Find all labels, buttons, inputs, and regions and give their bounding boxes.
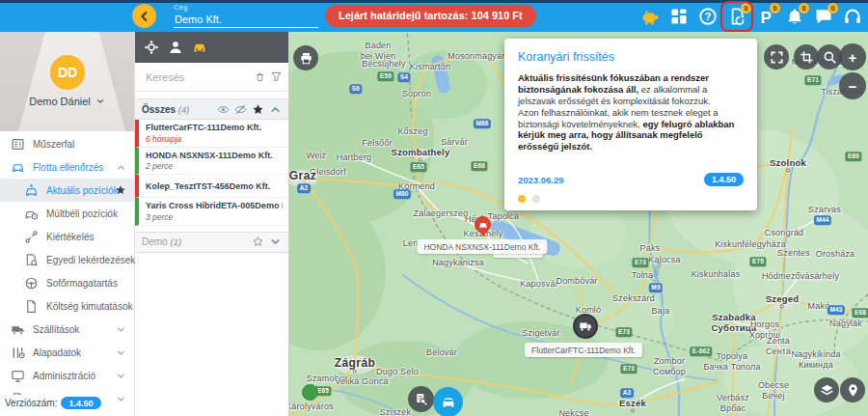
group-header-demo[interactable]: Demo (1) bbox=[135, 232, 288, 253]
sidebar-item-label: Alapadatok bbox=[33, 347, 81, 358]
popup-date: 2023.06.29 bbox=[518, 175, 564, 185]
printer-icon bbox=[299, 51, 313, 66]
vehicle-name: Yaris Cross HibridETA-005Demo Kft. bbox=[146, 201, 283, 210]
sidebar-item-flotta-ellenőrzés[interactable]: Flotta ellenőrzés bbox=[0, 155, 134, 179]
expand-icon[interactable] bbox=[269, 236, 282, 248]
sidebar-item-label: Adminisztráció bbox=[33, 371, 95, 381]
back-button[interactable] bbox=[132, 4, 156, 28]
page-dot[interactable] bbox=[532, 195, 540, 203]
sidebar-item-label: Kiértékelés bbox=[46, 232, 94, 242]
group-label: Demo bbox=[142, 236, 168, 247]
layers-button[interactable] bbox=[814, 377, 839, 402]
piggy-bank-icon[interactable] bbox=[640, 7, 660, 26]
sidebar-item-szállítások[interactable]: Szállítások bbox=[0, 318, 134, 341]
group-actions bbox=[252, 236, 282, 248]
popup-paragraph: Azon felhasználóinkat, akik nem tesznek … bbox=[518, 107, 744, 153]
sidebar-item-kiértékelés[interactable]: Kiértékelés bbox=[0, 225, 134, 248]
popup-title: Koranyári frissítés bbox=[518, 50, 744, 64]
truck-icon bbox=[579, 319, 592, 333]
support-icon[interactable] bbox=[843, 7, 862, 26]
zoom-out-button[interactable]: − bbox=[839, 72, 866, 99]
vehicle-marker-honda[interactable] bbox=[475, 216, 491, 233]
vehicle-marker-fluttercar[interactable] bbox=[573, 314, 598, 339]
filter-icon[interactable] bbox=[270, 70, 283, 83]
route-icon bbox=[24, 230, 39, 244]
group-label: Összes bbox=[142, 104, 176, 115]
collapse-icon[interactable] bbox=[269, 103, 282, 116]
fullscreen-button[interactable] bbox=[764, 44, 789, 69]
vehicle-row[interactable]: Yaris Cross HibridETA-005Demo Kft.3 perc… bbox=[135, 198, 288, 226]
location-pin-icon bbox=[846, 383, 860, 398]
print-button[interactable] bbox=[293, 45, 318, 70]
sidebar-item-alapadatok[interactable]: Alapadatok bbox=[0, 341, 134, 364]
notifications-icon[interactable]: 0 bbox=[785, 7, 804, 26]
chevron-down-icon bbox=[116, 394, 126, 404]
vehicle-last-seen: 6 hónapja bbox=[146, 134, 283, 144]
doc-search-icon bbox=[24, 253, 39, 267]
version-info: Verziószám: 1.4.50 bbox=[2, 395, 104, 411]
car-location-icon bbox=[24, 183, 39, 198]
vehicle-list: FlutterCarFTC-111Demo Kft.6 hónapjaHONDA… bbox=[135, 120, 288, 226]
group-title: Összes (4) bbox=[142, 104, 189, 115]
avatar[interactable]: DD bbox=[50, 55, 85, 90]
green-status-marker[interactable] bbox=[302, 384, 318, 401]
vehicle-row[interactable]: FlutterCarFTC-111Demo Kft.6 hónapja bbox=[135, 120, 288, 148]
sidebar-item-múltbéli-pozíciók[interactable]: Múltbéli pozíciók bbox=[0, 202, 134, 225]
help-icon[interactable]: ? bbox=[698, 7, 718, 26]
sidebar-item-egyedi-lekérdezések[interactable]: Egyedi lekérdezések bbox=[0, 248, 134, 271]
search-row bbox=[135, 63, 288, 92]
settings-bars-icon bbox=[11, 346, 25, 360]
route-report-button[interactable] bbox=[408, 386, 434, 412]
apps-grid-icon[interactable] bbox=[669, 7, 689, 26]
car-icon bbox=[478, 220, 488, 230]
zoom-in-button[interactable]: + bbox=[839, 43, 866, 70]
clear-search-icon[interactable] bbox=[254, 70, 266, 83]
group-count: (1) bbox=[170, 236, 181, 247]
company-input[interactable] bbox=[174, 13, 318, 28]
chevron-down-icon bbox=[116, 347, 126, 358]
count-badge: 0 bbox=[741, 3, 751, 14]
sidebar-item-sofőrmagatartás[interactable]: Sofőrmagatartás bbox=[0, 271, 134, 294]
user-menu[interactable]: Demo Dániel bbox=[0, 96, 134, 107]
show-all-icon[interactable] bbox=[217, 103, 230, 116]
favorites-icon[interactable] bbox=[252, 103, 264, 116]
hide-all-icon[interactable] bbox=[234, 103, 247, 116]
select-area-button[interactable] bbox=[794, 44, 819, 69]
vehicle-tracking-button[interactable] bbox=[433, 387, 463, 416]
document-sync-icon[interactable]: 0 bbox=[727, 7, 746, 26]
document-icon bbox=[24, 299, 39, 314]
sidebar-item-adminisztráció[interactable]: Adminisztráció bbox=[0, 364, 134, 387]
my-location-button[interactable] bbox=[840, 377, 865, 402]
vehicle-last-seen: 3 perce bbox=[146, 212, 283, 222]
dashboard-icon bbox=[11, 137, 25, 152]
parking-icon[interactable]: P0 bbox=[756, 7, 775, 26]
group-header-all[interactable]: Összes (4) bbox=[135, 98, 288, 120]
page-dot-active[interactable] bbox=[518, 195, 526, 203]
group-count: (4) bbox=[178, 104, 190, 115]
favorites-outline-icon[interactable] bbox=[252, 236, 264, 248]
vehicles-tab[interactable] bbox=[192, 40, 207, 55]
drivers-tab[interactable] bbox=[168, 40, 183, 55]
version-label: Verziószám: bbox=[5, 398, 57, 408]
sidebar-menu: MűszerfalFlotta ellenőrzésAktuális pozíc… bbox=[0, 132, 134, 410]
sidebar-item-aktuális-pozíciók[interactable]: Aktuális pozíciók bbox=[0, 179, 134, 202]
fullscreen-icon bbox=[770, 50, 784, 65]
popup-paragraph: Aktuális frissítésünk fókuszában a rends… bbox=[518, 72, 744, 107]
map-vehicle-label: HONDA NSXNSX-111Demo Kft. bbox=[417, 239, 547, 254]
company-field: Cég bbox=[174, 3, 320, 28]
messages-icon[interactable]: 0 bbox=[814, 7, 833, 26]
chevron-left-icon bbox=[138, 10, 151, 23]
favorite-star-icon[interactable] bbox=[115, 184, 126, 196]
chevron-down-icon bbox=[116, 324, 126, 335]
topbar: Cég Lejárt határidejű tartozás: 104 910 … bbox=[0, 0, 868, 32]
vehicle-panel: Összes (4) FlutterCarFTC-111Demo Kft.6 h… bbox=[135, 32, 289, 416]
search-input[interactable] bbox=[146, 71, 237, 83]
sidebar-item-költség-kimutatások[interactable]: Költség kimutatások bbox=[0, 294, 134, 318]
vehicle-row[interactable]: HONDA NSXNSX-111Demo Kft.2 perce bbox=[135, 148, 288, 176]
count-badge: 0 bbox=[827, 3, 838, 14]
vehicle-row[interactable]: Kolep_TesztTST-456Demo Kft. bbox=[135, 175, 288, 198]
zones-tab[interactable] bbox=[144, 40, 159, 55]
vehicle-name: Kolep_TesztTST-456Demo Kft. bbox=[146, 181, 283, 191]
overdue-alert-pill[interactable]: Lejárt határidejű tartozás: 104 910 Ft bbox=[325, 5, 536, 27]
sidebar-item-műszerfal[interactable]: Műszerfal bbox=[0, 132, 134, 155]
